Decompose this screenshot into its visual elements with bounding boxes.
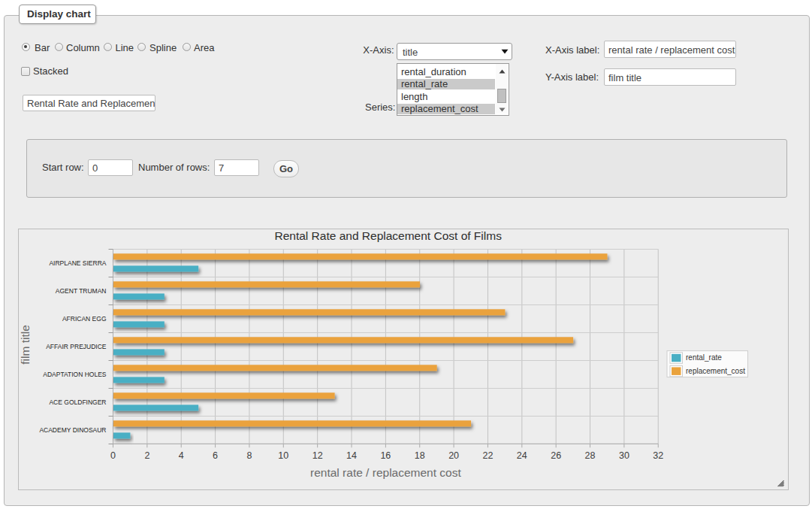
svg-text:AFFAIR PREJUDICE: AFFAIR PREJUDICE	[46, 343, 107, 350]
svg-text:32: 32	[653, 450, 663, 461]
svg-text:replacement_cost: replacement_cost	[686, 367, 745, 375]
svg-text:8: 8	[246, 450, 252, 461]
svg-text:18: 18	[415, 450, 425, 461]
svg-text:10: 10	[278, 450, 288, 461]
svg-text:26: 26	[551, 450, 561, 461]
svg-text:20: 20	[448, 450, 459, 461]
svg-text:rental_rate: rental_rate	[686, 353, 722, 362]
svg-text:ACE GOLDFINGER: ACE GOLDFINGER	[49, 398, 106, 406]
svg-text:30: 30	[619, 450, 629, 461]
svg-text:ADAPTATION HOLES: ADAPTATION HOLES	[43, 371, 107, 378]
svg-text:Rental Rate and Replacement Co: Rental Rate and Replacement Cost of Film…	[275, 229, 503, 242]
svg-text:0: 0	[110, 450, 116, 461]
svg-text:2: 2	[144, 450, 149, 461]
svg-text:12: 12	[312, 450, 323, 461]
svg-text:16: 16	[380, 450, 391, 461]
svg-text:6: 6	[213, 450, 218, 461]
svg-text:AFRICAN EGG: AFRICAN EGG	[62, 315, 107, 323]
svg-text:film title: film title	[19, 325, 32, 365]
svg-text:4: 4	[179, 450, 184, 461]
svg-text:rental rate / replacement cost: rental rate / replacement cost	[310, 466, 461, 479]
svg-text:24: 24	[517, 450, 527, 461]
svg-text:28: 28	[585, 450, 596, 461]
svg-text:AIRPLANE SIERRA: AIRPLANE SIERRA	[49, 259, 106, 267]
svg-text:22: 22	[483, 450, 494, 461]
svg-text:14: 14	[346, 450, 357, 461]
svg-text:ACADEMY DINOSAUR: ACADEMY DINOSAUR	[39, 426, 106, 434]
svg-text:AGENT TRUMAN: AGENT TRUMAN	[56, 287, 107, 295]
